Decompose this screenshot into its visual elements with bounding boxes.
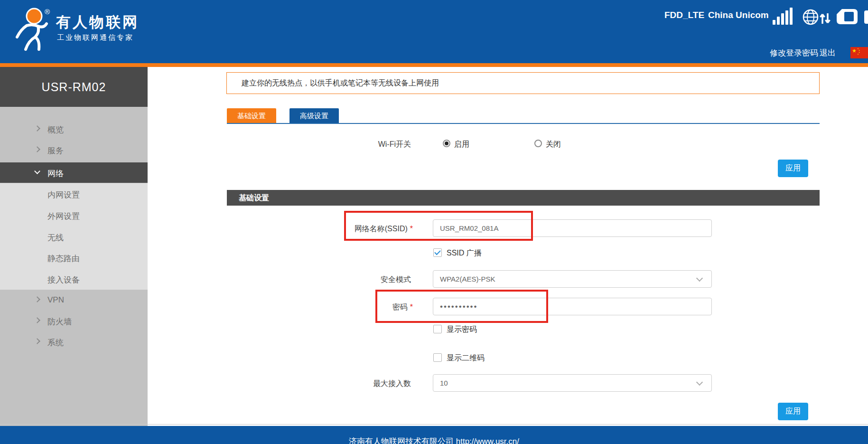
chevron-right-icon bbox=[34, 146, 40, 152]
chevron-right-icon bbox=[34, 125, 40, 132]
accent-divider-bar bbox=[0, 63, 868, 67]
apply-button-top[interactable]: 应用 bbox=[778, 160, 808, 177]
page-description-box: 建立你的无线热点，以供手机或笔记本等无线设备上网使用 bbox=[226, 72, 820, 94]
tab-underline bbox=[227, 123, 820, 124]
apply-button-bottom[interactable]: 应用 bbox=[778, 403, 808, 420]
chevron-down-icon bbox=[34, 168, 40, 174]
sidebar-item-services[interactable]: 服务 bbox=[0, 140, 148, 161]
password-label: 密码* bbox=[285, 302, 413, 312]
show-password-label[interactable]: 显示密码 bbox=[447, 325, 477, 335]
carrier-label: China Unicom bbox=[708, 10, 769, 20]
tab-basic-settings[interactable]: 基础设置 bbox=[227, 108, 276, 123]
sidebar-nav: USR-RM02 概览 服务 网络 内网设置 外网设置 无线 静态路由 bbox=[0, 67, 148, 426]
show-qrcode-checkbox[interactable] bbox=[433, 353, 442, 362]
security-mode-select[interactable]: WPA2(AES)-PSK bbox=[433, 270, 712, 288]
show-qrcode-label[interactable]: 显示二维码 bbox=[447, 353, 485, 363]
logout-link[interactable]: 退出 bbox=[820, 47, 836, 58]
brand-title: 有人物联网 bbox=[56, 12, 139, 32]
ssid-label: 网络名称(SSID)* bbox=[285, 224, 413, 234]
required-asterisk: * bbox=[410, 303, 413, 311]
sidebar-item-vpn[interactable]: VPN bbox=[0, 290, 148, 311]
chevron-right-icon bbox=[34, 338, 40, 344]
device-name-title: USR-RM02 bbox=[0, 67, 148, 107]
chevron-down-icon bbox=[696, 275, 703, 282]
wifi-on-label[interactable]: 启用 bbox=[454, 140, 469, 150]
signal-bars-icon bbox=[773, 8, 793, 25]
tab-advanced-settings[interactable]: 高级设置 bbox=[289, 108, 339, 123]
wifi-on-radio[interactable] bbox=[443, 140, 450, 147]
required-asterisk: * bbox=[410, 225, 413, 233]
cropped-edge-icon bbox=[864, 10, 868, 24]
show-password-checkbox[interactable] bbox=[433, 325, 442, 333]
sidebar-item-lan-settings[interactable]: 内网设置 bbox=[0, 183, 148, 205]
sidebar-item-overview[interactable]: 概览 bbox=[0, 119, 148, 140]
footer-company-text: 济南有人物联网技术有限公司 http://www.usr.cn/ bbox=[349, 437, 519, 444]
chevron-down-icon bbox=[696, 379, 703, 386]
wifi-off-radio[interactable] bbox=[534, 140, 542, 147]
sidebar-item-system[interactable]: 系统 bbox=[0, 331, 148, 352]
security-mode-label: 安全模式 bbox=[283, 275, 411, 285]
wifi-off-label[interactable]: 关闭 bbox=[546, 140, 561, 150]
sidebar-item-static-routes[interactable]: 静态路由 bbox=[0, 247, 148, 268]
page-description: 建立你的无线热点，以供手机或笔记本等无线设备上网使用 bbox=[242, 78, 439, 88]
network-type-label: FDD_LTE bbox=[664, 10, 704, 20]
basic-settings-section-header: 基础设置 bbox=[227, 190, 820, 206]
wifi-switch-label: Wi-Fi开关 bbox=[283, 140, 411, 150]
sidebar-item-connected-devices[interactable]: 接入设备 bbox=[0, 268, 148, 290]
sim-card-icon bbox=[836, 9, 858, 25]
network-submenu: 内网设置 外网设置 无线 静态路由 接入设备 bbox=[0, 183, 148, 290]
max-clients-label: 最大接入数 bbox=[283, 379, 411, 389]
ssid-broadcast-label[interactable]: SSID 广播 bbox=[447, 248, 482, 258]
password-input[interactable] bbox=[433, 298, 712, 315]
max-clients-select[interactable]: 10 bbox=[433, 374, 712, 392]
globe-traffic-icon bbox=[802, 8, 832, 27]
brand-subtitle: 工业物联网通信专家 bbox=[57, 33, 134, 42]
sidebar-item-wan-settings[interactable]: 外网设置 bbox=[0, 205, 148, 226]
registered-trademark: ® bbox=[45, 8, 50, 16]
footer-divider bbox=[0, 424, 868, 425]
ssid-broadcast-checkbox[interactable] bbox=[433, 248, 442, 257]
chevron-right-icon bbox=[34, 317, 40, 323]
ssid-input[interactable] bbox=[433, 219, 712, 237]
page-footer: 济南有人物联网技术有限公司 http://www.usr.cn/ bbox=[0, 426, 868, 444]
top-header: ® 有人物联网 工业物联网通信专家 FDD_LTE China Unicom 修… bbox=[0, 0, 868, 63]
china-flag-icon[interactable] bbox=[850, 47, 868, 58]
sidebar-item-wireless[interactable]: 无线 bbox=[0, 226, 148, 247]
sidebar-item-firewall[interactable]: 防火墙 bbox=[0, 311, 148, 331]
sidebar-item-network[interactable]: 网络 bbox=[0, 162, 148, 183]
change-password-link[interactable]: 修改登录密码 bbox=[770, 47, 818, 58]
router-admin-screen: ® 有人物联网 工业物联网通信专家 FDD_LTE China Unicom 修… bbox=[0, 0, 868, 444]
chevron-right-icon bbox=[34, 296, 40, 302]
